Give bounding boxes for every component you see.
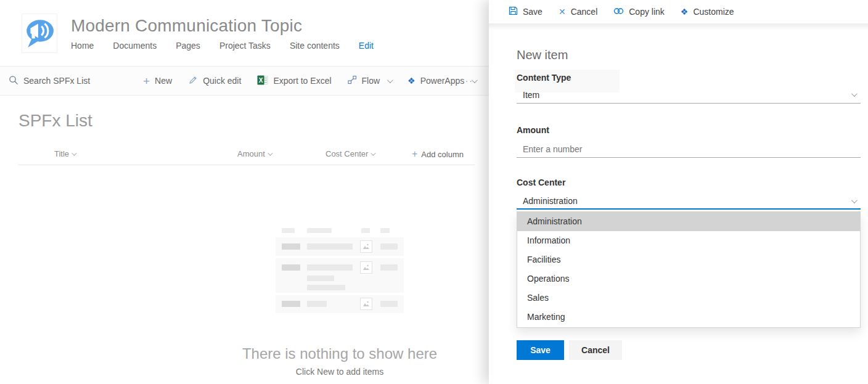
customize-icon: ❖ <box>681 7 689 17</box>
nav-home[interactable]: Home <box>71 41 94 51</box>
sharepoint-page: Modern Communication Topic Home Document… <box>0 0 868 384</box>
empty-state-title: There is nothing to show here <box>242 345 437 362</box>
image-placeholder-icon <box>360 240 372 253</box>
nav-project-tasks[interactable]: Project Tasks <box>219 41 271 51</box>
empty-state-illustration <box>276 226 404 315</box>
header-divider <box>18 165 475 165</box>
site-nav: Home Documents Pages Project Tasks Site … <box>71 41 374 51</box>
flow-icon <box>348 75 357 86</box>
new-button[interactable]: + New <box>143 67 172 95</box>
close-icon: ✕ <box>559 7 566 17</box>
panel-cancel-command[interactable]: ✕ Cancel <box>559 7 597 17</box>
nav-site-contents[interactable]: Site contents <box>290 41 340 51</box>
export-to-excel-button[interactable]: X Export to Excel <box>257 67 331 95</box>
dropdown-option[interactable]: Marketing <box>517 308 860 327</box>
cost-center-dropdown[interactable]: Administration <box>517 193 861 210</box>
amount-label: Amount <box>517 125 549 135</box>
column-header-amount[interactable]: Amount <box>237 149 271 158</box>
dropdown-option[interactable]: Facilities <box>517 250 860 269</box>
plus-icon: + <box>143 75 150 87</box>
dropdown-option[interactable]: Information <box>517 231 860 250</box>
pencil-icon <box>188 75 198 87</box>
site-logo[interactable] <box>22 14 57 53</box>
nav-documents[interactable]: Documents <box>113 41 157 51</box>
powerapps-label: PowerApps <box>420 76 465 86</box>
site-title: Modern Communication Topic <box>71 16 302 36</box>
dropdown-option[interactable]: Sales <box>517 288 860 308</box>
dropdown-option[interactable]: Administration <box>517 212 860 231</box>
chevron-down-icon <box>851 91 858 97</box>
chevron-down-icon <box>72 150 76 155</box>
amount-field <box>517 141 861 158</box>
quick-edit-button[interactable]: Quick edit <box>188 67 241 95</box>
save-button[interactable]: Save <box>517 340 564 360</box>
search-box[interactable]: Search SPFx List <box>9 67 90 95</box>
powerapps-icon: ❖ <box>407 76 416 86</box>
search-label: Search SPFx List <box>23 76 90 86</box>
panel-title: New item <box>517 48 568 62</box>
empty-state-subtitle: Click New to add items <box>296 367 383 377</box>
command-bar-shadow <box>489 23 868 30</box>
excel-icon: X <box>257 75 268 87</box>
panel-command-bar: Save ✕ Cancel Copy link ❖ Customize <box>489 0 868 23</box>
quick-edit-label: Quick edit <box>203 76 241 86</box>
overflow-menu-button[interactable]: ··· <box>461 67 473 95</box>
nav-pages[interactable]: Pages <box>176 41 200 51</box>
chevron-down-icon <box>851 197 858 203</box>
panel-save-command[interactable]: Save <box>509 6 542 17</box>
image-placeholder-icon <box>360 298 372 310</box>
chevron-down-icon <box>387 77 393 83</box>
cost-center-label: Cost Center <box>517 178 565 187</box>
svg-text:X: X <box>259 76 263 83</box>
save-icon <box>509 6 518 17</box>
cost-center-options-callout: Administration Information Facilities Op… <box>517 211 861 328</box>
flow-label: Flow <box>362 76 380 86</box>
content-type-dropdown[interactable]: Item <box>517 86 861 104</box>
content-type-label: Content Type <box>517 73 571 83</box>
search-icon <box>9 75 18 87</box>
dropdown-option[interactable]: Operations <box>517 269 860 288</box>
cancel-button[interactable]: Cancel <box>569 340 622 360</box>
column-header-cost-center[interactable]: Cost Center <box>326 149 374 158</box>
export-label: Export to Excel <box>273 76 331 86</box>
list-title: SPFx List <box>18 111 92 131</box>
amount-input[interactable] <box>517 144 861 154</box>
panel-customize-command[interactable]: ❖ Customize <box>681 7 734 17</box>
image-placeholder-icon <box>360 261 372 274</box>
nav-edit[interactable]: Edit <box>359 41 374 51</box>
link-icon <box>613 7 624 17</box>
chevron-down-icon <box>268 150 272 155</box>
panel-copy-link-command[interactable]: Copy link <box>613 7 665 17</box>
chevron-down-icon <box>371 150 376 155</box>
plus-icon: + <box>412 149 417 159</box>
add-column-button[interactable]: + Add column <box>412 149 464 159</box>
new-label: New <box>155 76 172 86</box>
flow-menu-button[interactable]: Flow <box>348 67 392 95</box>
panel-footer: Save Cancel <box>517 340 622 360</box>
column-header-title[interactable]: Title <box>54 149 75 158</box>
megaphone-icon <box>24 15 55 52</box>
